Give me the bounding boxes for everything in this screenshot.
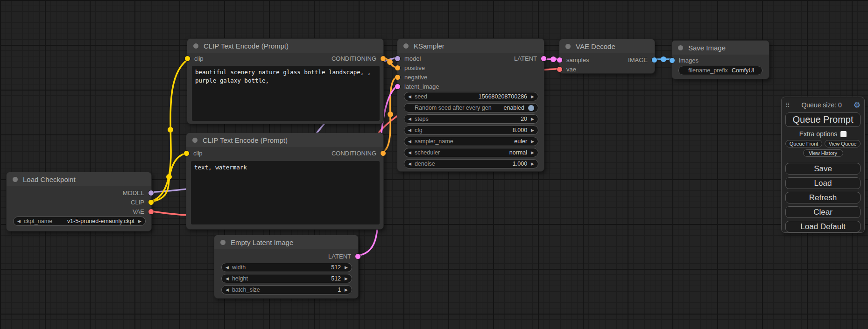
clip-output-port[interactable]: [148, 200, 154, 205]
images-input-port[interactable]: [670, 58, 675, 63]
decrement-arrow-icon[interactable]: ◀: [226, 288, 229, 292]
node-clip-text-encode-positive[interactable]: CLIP Text Encode (Prompt) clip CONDITION…: [187, 38, 384, 124]
clip-input-port[interactable]: [185, 56, 190, 61]
queue-panel[interactable]: ⠿ Queue size: 0 ⚙ Queue Prompt Extra opt…: [781, 97, 865, 233]
increment-arrow-icon[interactable]: ▶: [345, 288, 348, 292]
load-button[interactable]: Load: [785, 177, 861, 189]
cfg-widget[interactable]: ◀ cfg 8.000 ▶: [404, 126, 538, 135]
queue-front-button[interactable]: Queue Front: [785, 140, 822, 147]
link-dot: [166, 174, 172, 180]
decrement-arrow-icon[interactable]: ◀: [408, 162, 411, 166]
filename-prefix-widget[interactable]: filename_prefix ComfyUI: [678, 66, 762, 75]
batch-size-widget[interactable]: ◀ batch_size 1 ▶: [221, 285, 352, 294]
view-queue-button[interactable]: View Queue: [825, 140, 861, 147]
ckpt-name-widget[interactable]: ◀ ckpt_name v1-5-pruned-emaonly.ckpt ▶: [13, 217, 146, 226]
prev-arrow-icon[interactable]: ◀: [408, 151, 411, 155]
refresh-button[interactable]: Refresh: [785, 192, 861, 203]
node-ksampler[interactable]: KSampler model positive negative latent_…: [397, 38, 544, 172]
save-button[interactable]: Save: [785, 163, 861, 175]
node-title: VAE Decode: [576, 42, 615, 50]
random-seed-toggle-widget[interactable]: Random seed after every gen enabled: [404, 103, 538, 112]
collapse-dot-icon[interactable]: [220, 240, 226, 245]
decrement-arrow-icon[interactable]: ◀: [226, 266, 229, 270]
output-row-clip: CLIP: [7, 197, 151, 207]
widget-value: normal: [444, 149, 527, 156]
height-widget[interactable]: ◀ height 512 ▶: [221, 274, 352, 283]
negative-input-port[interactable]: [395, 75, 400, 80]
collapse-dot-icon[interactable]: [403, 43, 409, 49]
widget-label: batch_size: [232, 287, 260, 293]
decrement-arrow-icon[interactable]: ◀: [408, 128, 411, 133]
model-input-port[interactable]: [395, 56, 400, 61]
conditioning-output-port[interactable]: [381, 56, 386, 61]
prompt-textarea[interactable]: text, watermark: [191, 161, 380, 224]
node-clip-text-encode-negative[interactable]: CLIP Text Encode (Prompt) clip CONDITION…: [186, 133, 384, 230]
node-vae-decode[interactable]: VAE Decode samples IMAGE vae: [559, 39, 655, 74]
latent-output-port[interactable]: [541, 56, 546, 61]
input-label: latent_image: [404, 83, 439, 90]
node-title-bar[interactable]: KSampler: [397, 39, 544, 53]
queue-pill-row: Queue Front View Queue: [785, 140, 861, 147]
node-title-bar[interactable]: Load Checkpoint: [7, 172, 151, 186]
collapse-dot-icon[interactable]: [678, 45, 683, 50]
vae-input-port[interactable]: [557, 67, 562, 72]
prev-arrow-icon[interactable]: ◀: [17, 219, 21, 224]
conditioning-output-port[interactable]: [381, 151, 386, 156]
vae-output-port[interactable]: [148, 209, 154, 214]
positive-input-port[interactable]: [395, 65, 400, 70]
next-arrow-icon[interactable]: ▶: [531, 140, 534, 144]
node-save-image[interactable]: Save Image images filename_prefix ComfyU…: [671, 40, 769, 79]
latent-output-port[interactable]: [355, 254, 360, 259]
drag-handle-icon[interactable]: ⠿: [785, 102, 790, 109]
increment-arrow-icon[interactable]: ▶: [531, 162, 534, 166]
node-title-bar[interactable]: CLIP Text Encode (Prompt): [187, 39, 383, 53]
input-row-negative: negative: [397, 72, 544, 82]
load-default-button[interactable]: Load Default: [785, 221, 861, 232]
toggle-enabled-icon[interactable]: [528, 105, 534, 111]
increment-arrow-icon[interactable]: ▶: [531, 128, 534, 133]
collapse-dot-icon[interactable]: [13, 177, 18, 182]
settings-gear-icon[interactable]: ⚙: [854, 101, 861, 109]
denoise-widget[interactable]: ◀ denoise 1.000 ▶: [404, 159, 538, 168]
increment-arrow-icon[interactable]: ▶: [531, 117, 534, 121]
increment-arrow-icon[interactable]: ▶: [345, 266, 348, 270]
latent-image-input-port[interactable]: [395, 84, 400, 89]
node-title-bar[interactable]: Save Image: [672, 41, 769, 55]
input-label: samples: [566, 56, 589, 63]
next-arrow-icon[interactable]: ▶: [138, 219, 141, 224]
scheduler-widget[interactable]: ◀ scheduler normal ▶: [404, 148, 538, 157]
prev-arrow-icon[interactable]: ◀: [408, 140, 411, 144]
collapse-dot-icon[interactable]: [193, 43, 198, 49]
clip-input-port[interactable]: [184, 151, 189, 156]
extra-options-checkbox[interactable]: [840, 131, 847, 137]
node-title-bar[interactable]: VAE Decode: [559, 39, 655, 53]
node-title-bar[interactable]: Empty Latent Image: [214, 235, 358, 249]
node-empty-latent-image[interactable]: Empty Latent Image LATENT ◀ width 512 ▶ …: [214, 235, 359, 299]
node-title-bar[interactable]: CLIP Text Encode (Prompt): [186, 133, 383, 147]
sampler-name-widget[interactable]: ◀ sampler_name euler ▶: [404, 137, 538, 146]
steps-widget[interactable]: ◀ steps 20 ▶: [404, 114, 538, 124]
queue-prompt-button[interactable]: Queue Prompt: [785, 112, 861, 127]
increment-arrow-icon[interactable]: ▶: [345, 277, 348, 281]
collapse-dot-icon[interactable]: [192, 138, 198, 143]
link-dot: [661, 56, 666, 62]
seed-widget[interactable]: ◀ seed 156680208700286 ▶: [404, 92, 538, 101]
decrement-arrow-icon[interactable]: ◀: [408, 95, 411, 99]
widget-value: 8.000: [426, 127, 527, 133]
increment-arrow-icon[interactable]: ▶: [531, 95, 534, 99]
comfyui-graph-canvas[interactable]: { "colors":{ "model":"#B39DDB","clip":"#…: [0, 0, 868, 329]
input-label: model: [404, 55, 421, 62]
node-title: Save Image: [688, 44, 726, 52]
decrement-arrow-icon[interactable]: ◀: [408, 117, 411, 121]
view-history-button[interactable]: View History: [803, 149, 843, 157]
node-load-checkpoint[interactable]: Load Checkpoint MODEL CLIP VAE ◀ ckpt_na…: [6, 172, 152, 231]
next-arrow-icon[interactable]: ▶: [531, 151, 534, 155]
image-output-port[interactable]: [652, 57, 657, 63]
model-output-port[interactable]: [148, 190, 154, 196]
decrement-arrow-icon[interactable]: ◀: [226, 277, 229, 281]
clear-button[interactable]: Clear: [785, 206, 861, 218]
width-widget[interactable]: ◀ width 512 ▶: [221, 263, 352, 272]
prompt-textarea[interactable]: beautiful scenery nature glass bottle la…: [192, 66, 380, 121]
samples-input-port[interactable]: [557, 57, 562, 63]
collapse-dot-icon[interactable]: [565, 44, 571, 49]
